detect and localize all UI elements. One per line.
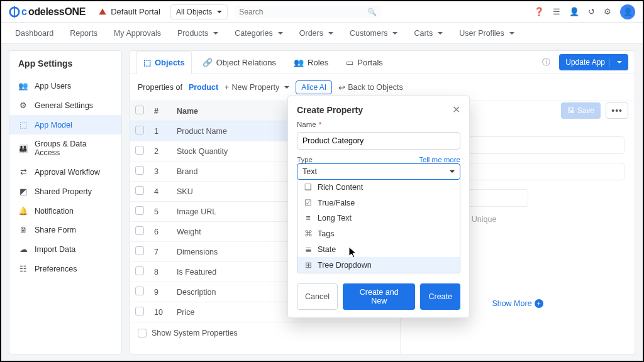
update-app-button[interactable]: Update App [559,54,628,70]
type-option-true-false[interactable]: ☑True/False [297,195,460,211]
plus-circle-icon: + [535,299,543,308]
tab-portals[interactable]: ▭Portals [339,51,389,74]
menu-carts[interactable]: Carts [414,29,443,38]
new-property-button[interactable]: + New Property [225,83,289,92]
type-dropdown[interactable]: ❏Rich Content☑True/False≡Long Text⌘Tags≣… [297,179,460,273]
tell-me-more-link[interactable]: Tell me more [419,156,460,163]
modal-title: Create Property [297,105,363,115]
history-icon[interactable]: ↺ [588,7,595,16]
share-prop-icon: ◩ [18,187,28,196]
object-selector[interactable]: All Objects [170,4,228,19]
sidebar-item-import-data[interactable]: ☁Import Data [9,239,121,259]
tab-label: Portals [357,58,382,67]
cube-icon: ⬚ [143,58,151,67]
create-and-new-button[interactable]: Create and New [343,283,416,310]
row-number: 8 [149,262,172,282]
name-field-label: Name [297,121,316,128]
type-option-tree-dropdown[interactable]: ⊞Tree Dropdown [297,257,460,273]
menu-dashboard[interactable]: Dashboard [15,29,53,38]
new-property-label: New Property [231,83,279,92]
cube-icon: ⬚ [18,120,28,129]
type-option-icon: ≡ [304,214,313,222]
menu-customers[interactable]: Customers [350,29,397,38]
sidebar-item-shared-property[interactable]: ◩Shared Property [9,182,121,201]
row-checkbox[interactable] [135,226,144,235]
database-icon[interactable]: ☰ [553,7,560,16]
alice-ai-button[interactable]: Alice AI [296,80,332,94]
sidebar-title: App Settings [9,58,121,76]
type-option-tags[interactable]: ⌘Tags [297,226,460,241]
create-button[interactable]: Create [420,283,460,310]
menu-my-approvals[interactable]: My Approvals [114,29,161,38]
search-input[interactable] [239,8,367,16]
show-system-checkbox[interactable] [138,329,147,337]
save-button[interactable]: 🖫 Save [561,102,601,119]
row-checkbox[interactable] [135,146,144,155]
avatar[interactable]: 👤 [620,4,635,19]
type-option-state[interactable]: ≣State [297,241,460,257]
row-checkbox[interactable] [135,287,144,295]
row-checkbox[interactable] [135,246,144,255]
menu-orders[interactable]: Orders [299,29,333,38]
tab-bar: ⬚Objects🔗Object Relations👥Roles▭Portals … [130,51,635,74]
sidebar-item-label: Groups & Data Access [35,140,113,157]
menu-reports[interactable]: Reports [70,29,97,38]
row-checkbox[interactable] [135,266,144,275]
menu-products[interactable]: Products [177,29,218,38]
type-select[interactable]: Text [297,163,460,180]
portal-badge[interactable]: Default Portal [98,7,160,16]
app-settings-sidebar: App Settings 👥App Users⚙General Settings… [9,50,122,354]
back-to-objects-button[interactable]: ↩ Back to Objects [338,83,403,92]
info-icon[interactable]: ⓘ [542,57,550,68]
row-checkbox[interactable] [135,307,144,315]
sidebar-item-app-users[interactable]: 👥App Users [9,76,121,96]
chevron-down-icon [214,8,222,16]
show-system-properties[interactable]: Show System Properties [130,322,400,344]
select-all-checkbox[interactable] [135,106,144,114]
row-name: Brand [172,162,287,182]
type-option-label: Rich Content [318,183,363,192]
sidebar-item-general-settings[interactable]: ⚙General Settings [9,96,121,115]
sidebar-item-groups-data-access[interactable]: 👪Groups & Data Access [9,134,121,162]
sidebar-item-label: App Users [35,82,71,90]
sidebar-item-share-form[interactable]: 🗎Share Form [9,221,121,239]
menu-categories[interactable]: Categories [235,29,282,38]
brand-logo[interactable]: codelessONE [9,6,86,18]
row-checkbox[interactable] [135,126,144,134]
save-icon: 🖫 [567,106,575,115]
sidebar-item-approval-workflow[interactable]: ⇄Approval Workflow [9,162,121,182]
type-option-image[interactable]: ▣Image [297,273,460,273]
type-option-icon: ≣ [304,244,313,254]
sidebar-item-preferences[interactable]: ☷Preferences [9,259,121,278]
global-search[interactable]: 🔍 [234,6,382,18]
tab-objects[interactable]: ⬚Objects [136,51,192,74]
help-icon[interactable]: ❓ [534,7,544,16]
sidebar-item-notification[interactable]: 🔔Notification [9,201,121,221]
type-select-value: Text [303,167,317,176]
sidebar-item-label: Share Form [35,226,76,234]
tab-object-relations[interactable]: 🔗Object Relations [196,51,283,74]
close-icon[interactable]: ✕ [452,104,460,116]
sidebar-item-app-model[interactable]: ⬚App Model [9,115,121,134]
type-option-label: Long Text [318,214,352,222]
cancel-button[interactable]: Cancel [297,283,338,310]
row-number: 9 [149,282,172,302]
row-checkbox[interactable] [135,166,144,175]
user-switch-icon[interactable]: 👤 [569,7,579,16]
row-name: Weight [172,222,287,242]
property-name-input[interactable] [297,132,460,150]
chevron-down-icon [447,167,455,176]
top-icon-bar: ❓ ☰ 👤 ↺ ⚙ 👤 [534,4,635,19]
settings-icon[interactable]: ⚙ [604,7,611,16]
tab-roles[interactable]: 👥Roles [287,51,335,74]
tab-label: Objects [155,58,185,67]
type-option-rich-content[interactable]: ❏Rich Content [297,179,460,195]
row-checkbox[interactable] [135,206,144,215]
type-option-icon: ☑ [304,198,313,207]
menu-user-profiles[interactable]: User Profiles [459,29,514,38]
type-option-long-text[interactable]: ≡Long Text [297,211,460,226]
form-icon: 🗎 [18,226,28,234]
more-actions-button[interactable]: ••• [606,102,628,119]
object-name[interactable]: Product [189,83,218,92]
row-checkbox[interactable] [135,186,144,195]
